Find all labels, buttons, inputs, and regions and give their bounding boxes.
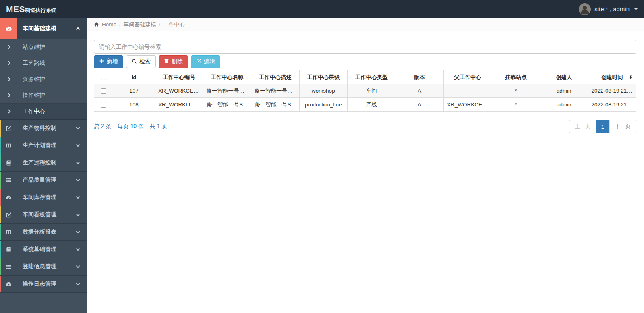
pager: 上一页 1 下一页	[569, 120, 636, 133]
caret-down-icon	[634, 8, 638, 10]
row-checkbox[interactable]	[101, 102, 106, 108]
app-logo-rest: 制造执行系统	[25, 7, 56, 13]
cell-id: 107	[113, 84, 155, 98]
sidebar-item-operation-log[interactable]: 操作日志管理	[0, 276, 87, 293]
cell-version: A	[396, 98, 444, 112]
prev-page-button[interactable]: 上一页	[569, 120, 596, 133]
sidebar-item-label: 系统基础管理	[17, 241, 77, 258]
next-page-button[interactable]: 下一页	[609, 120, 636, 133]
book-icon	[0, 241, 17, 258]
search-input[interactable]	[94, 40, 636, 54]
sidebar-item-plan-management[interactable]: 生产计划管理	[0, 137, 87, 154]
sidebar-item-workshop-modeling[interactable]: 车间基础建模	[0, 18, 87, 39]
chevron-right-icon	[0, 71, 17, 87]
chevron-up-icon	[77, 18, 79, 39]
search-button[interactable]: 检索	[126, 55, 156, 68]
cell-station: *	[492, 84, 540, 98]
book-icon	[0, 154, 17, 171]
delete-button[interactable]: 删除	[159, 55, 188, 68]
cell-code: XR_WORKLINE...	[155, 98, 203, 112]
select-all-checkbox[interactable]	[101, 75, 106, 80]
chevron-down-icon	[77, 154, 79, 171]
delete-button-label: 删除	[172, 58, 183, 65]
cell-created: 2022-08-19 21:1...	[588, 84, 636, 98]
cell-desc: 修一智能一号S...	[251, 98, 300, 112]
edit-icon	[0, 120, 17, 137]
edit-button[interactable]: 编辑	[191, 55, 220, 68]
col-created-label: 创建时间	[601, 74, 623, 80]
toolbar: 新增 检索 删除 编辑	[94, 55, 636, 68]
top-navbar: MES制造执行系统 site:* , admin	[0, 0, 644, 18]
col-version: 版本	[396, 70, 444, 84]
cell-type: 车间	[348, 84, 396, 98]
chevron-down-icon	[77, 241, 79, 258]
cell-code: XR_WORKCEN...	[155, 84, 203, 98]
sidebar-item-inventory-management[interactable]: 车间库存管理	[0, 189, 87, 206]
cell-level: production_line	[299, 98, 348, 112]
add-button[interactable]: 新增	[94, 55, 123, 68]
content: 新增 检索 删除 编辑	[87, 31, 644, 133]
col-level: 工作中心层级	[299, 70, 348, 84]
sidebar-subitem-operation[interactable]: 操作维护	[0, 87, 87, 104]
chevron-down-icon	[77, 258, 79, 275]
sidebar-subitem-station[interactable]: 站点维护	[0, 39, 87, 55]
cell-id: 108	[113, 98, 155, 112]
cell-creator: admin	[540, 84, 588, 98]
chevron-right-icon	[0, 87, 17, 103]
cell-version: A	[396, 84, 444, 98]
cell-created: 2022-08-19 21:1...	[588, 98, 636, 112]
col-desc: 工作中心描述	[251, 70, 300, 84]
col-creator: 创建人	[540, 70, 588, 84]
home-icon	[94, 22, 99, 27]
chevron-down-icon	[77, 276, 79, 292]
user-label: site:* , admin	[594, 6, 630, 12]
cell-parent: XR_WORKCEN...	[444, 98, 492, 112]
table-header-row: id 工作中心编号 工作中心名称 工作中心描述 工作中心层级 工作中心类型 版本…	[94, 70, 636, 84]
sidebar-item-kanban-management[interactable]: 车间看板管理	[0, 206, 87, 224]
breadcrumb-section[interactable]: 车间基础建模	[124, 21, 156, 28]
row-select-cell	[94, 98, 113, 112]
breadcrumb-home[interactable]: Home	[102, 21, 116, 27]
breadcrumb-separator: /	[119, 21, 121, 27]
summary-pages: 共 1 页	[150, 123, 168, 130]
sidebar-item-material-control[interactable]: 生产物料控制	[0, 120, 87, 137]
chevron-down-icon	[77, 172, 79, 189]
sidebar-subitem-process-route[interactable]: 工艺路线	[0, 55, 87, 71]
cell-parent	[444, 84, 492, 98]
sidebar-item-system-management[interactable]: 系统基础管理	[0, 241, 87, 258]
cell-station: *	[492, 98, 540, 112]
sidebar-item-label: 生产物料控制	[17, 120, 77, 137]
sidebar-item-label: 车间看板管理	[17, 206, 77, 223]
list-icon	[0, 258, 17, 275]
sidebar-item-label: 产品质量管理	[17, 172, 77, 189]
search-button-label: 检索	[139, 58, 151, 65]
columns-icon	[0, 137, 17, 154]
user-menu[interactable]: site:* , admin	[579, 3, 638, 15]
page-1-button[interactable]: 1	[596, 120, 610, 133]
search-icon	[131, 58, 137, 65]
sidebar-subitem-work-center[interactable]: 工作中心	[0, 104, 87, 120]
plus-icon	[99, 58, 104, 65]
col-created: 创建时间	[588, 70, 636, 84]
sidebar-item-quality-management[interactable]: 产品质量管理	[0, 172, 87, 189]
chevron-down-icon	[77, 224, 79, 240]
select-all-cell	[94, 70, 113, 84]
avatar	[579, 3, 591, 15]
table-row[interactable]: 108 XR_WORKLINE... 修一智能一号S... 修一智能一号S...…	[94, 98, 636, 112]
sidebar-item-process-control[interactable]: 生产过程控制	[0, 154, 87, 172]
pin-icon[interactable]	[628, 75, 633, 79]
cell-desc: 修一智能一号车间	[251, 84, 300, 98]
chevron-right-icon	[0, 104, 17, 119]
sidebar-subitem-label: 工作中心	[17, 104, 87, 119]
chevron-right-icon	[0, 55, 17, 71]
row-checkbox[interactable]	[101, 88, 106, 94]
row-select-cell	[94, 84, 113, 98]
sidebar-subitem-label: 工艺路线	[17, 55, 87, 71]
sidebar-subitem-resource[interactable]: 资源维护	[0, 71, 87, 87]
table-row[interactable]: 107 XR_WORKCEN... 修一智能一号车间 修一智能一号车间 work…	[94, 84, 636, 98]
sidebar-item-login-info[interactable]: 登陆信息管理	[0, 258, 87, 276]
sidebar-subitem-label: 资源维护	[17, 71, 87, 87]
sidebar-item-data-analysis[interactable]: 数据分析报表	[0, 224, 87, 241]
columns-icon	[0, 224, 17, 240]
cell-creator: admin	[540, 98, 588, 112]
